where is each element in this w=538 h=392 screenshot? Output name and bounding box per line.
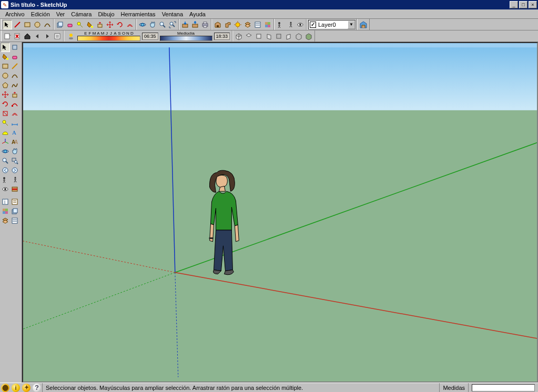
view-back-icon[interactable] [274, 32, 283, 41]
get-models-icon[interactable] [180, 20, 190, 29]
menu-dibujo[interactable]: Dibujo [95, 11, 117, 18]
materials-icon[interactable] [1, 207, 10, 216]
walk-icon[interactable] [286, 20, 295, 29]
components-icon[interactable] [10, 207, 19, 216]
shadow-on-icon[interactable] [66, 32, 76, 41]
view-front-icon[interactable] [254, 32, 263, 41]
scene-canvas[interactable] [23, 43, 537, 381]
warehouse-icon[interactable] [213, 20, 222, 29]
polygon-icon[interactable] [1, 80, 10, 90]
select-tool-icon[interactable] [3, 20, 12, 29]
dimension-icon[interactable] [10, 118, 19, 128]
component-paint-icon[interactable] [10, 43, 19, 52]
menu-ayuda[interactable]: Ayuda [186, 11, 209, 18]
circle-icon[interactable] [1, 71, 10, 80]
push-pull-icon[interactable] [95, 20, 105, 29]
layer-visible-checkbox[interactable]: ✓ [310, 22, 316, 28]
orbit-icon[interactable] [1, 147, 10, 156]
paint-bucket-icon[interactable] [1, 52, 10, 61]
shadow-toggle-icon[interactable] [233, 20, 242, 29]
circle-tool-icon[interactable] [33, 20, 42, 29]
menu-ventana[interactable]: Ventana [159, 11, 186, 18]
scene-home-icon[interactable] [23, 32, 32, 41]
zoom-extents-icon[interactable] [168, 20, 177, 29]
chevron-down-icon[interactable]: ▼ [348, 20, 355, 29]
styles-icon[interactable] [263, 20, 272, 29]
rotate-icon[interactable] [115, 20, 125, 29]
push-pull-icon[interactable] [10, 90, 19, 99]
outliner-icon[interactable] [253, 20, 262, 29]
make-component-icon[interactable] [55, 20, 65, 29]
layers-dlg-icon[interactable] [1, 216, 10, 225]
close-button[interactable]: × [529, 1, 537, 8]
look-around-icon[interactable] [296, 20, 305, 29]
scene-new-icon[interactable] [3, 32, 12, 41]
viewport[interactable] [22, 42, 538, 383]
scene-prev-icon[interactable] [33, 32, 42, 41]
position-camera-icon[interactable] [276, 20, 285, 29]
layers-icon[interactable] [243, 20, 252, 29]
line-icon[interactable] [10, 61, 19, 71]
walk-icon[interactable] [10, 175, 19, 184]
zoom-icon[interactable] [1, 156, 10, 166]
date-slider[interactable] [77, 36, 140, 41]
tape-measure-icon[interactable] [75, 20, 85, 29]
status-hint2-icon[interactable]: i [12, 384, 20, 392]
maximize-button[interactable]: □ [519, 1, 527, 8]
arc-tool-icon[interactable] [43, 20, 52, 29]
eraser-icon[interactable] [10, 52, 19, 61]
paint-bucket-icon[interactable] [85, 20, 95, 29]
3d-text-icon[interactable]: AA [10, 137, 19, 147]
outliner-icon[interactable] [10, 216, 19, 225]
view-right-icon[interactable] [264, 32, 273, 41]
menu-herramientas[interactable]: Herramientas [118, 11, 159, 18]
pan-icon[interactable] [148, 20, 157, 29]
rectangle-icon[interactable] [1, 61, 10, 71]
rectangle-tool-icon[interactable] [23, 20, 32, 29]
style-wire-icon[interactable] [294, 32, 303, 41]
view-left-icon[interactable] [284, 32, 293, 41]
zoom-window-icon[interactable] [10, 156, 19, 166]
warehouse2-icon[interactable] [223, 20, 232, 29]
text-icon[interactable]: A [10, 128, 19, 137]
offset-icon[interactable] [125, 20, 135, 29]
scene-list-icon[interactable] [53, 32, 62, 41]
measures-input[interactable] [472, 384, 535, 391]
select-icon[interactable] [1, 43, 10, 52]
move-icon[interactable] [1, 90, 10, 99]
help-icon[interactable]: ? [33, 384, 41, 392]
status-hint1-icon[interactable]: ⬤ [1, 384, 9, 392]
eraser-tool-icon[interactable] [65, 20, 75, 29]
minimize-button[interactable]: _ [510, 1, 518, 8]
rotate-icon[interactable] [1, 99, 10, 109]
scale-icon[interactable] [1, 109, 10, 118]
axes-icon[interactable] [1, 137, 10, 147]
layer-dropdown[interactable]: ✓ Layer0 ▼ [308, 20, 356, 29]
tape-icon[interactable] [1, 118, 10, 128]
menu-archivo[interactable]: Archivo [2, 11, 28, 18]
model-info-icon[interactable]: i [1, 197, 10, 207]
zoom-icon[interactable] [158, 20, 167, 29]
orbit-icon[interactable] [138, 20, 147, 29]
view-iso-icon[interactable] [234, 32, 243, 41]
time-slider[interactable] [160, 36, 212, 41]
line-tool-icon[interactable] [13, 20, 22, 29]
follow-me-icon[interactable] [10, 99, 19, 109]
prev-view-icon[interactable] [1, 166, 10, 175]
status-hint3-icon[interactable]: ✦ [22, 384, 31, 392]
look-around-icon[interactable] [1, 184, 10, 194]
menu-camara[interactable]: Cámara [68, 11, 95, 18]
next-view-icon[interactable] [10, 166, 19, 175]
menu-edicion[interactable]: Edición [28, 11, 53, 18]
print-icon[interactable] [200, 20, 210, 29]
move-icon[interactable] [105, 20, 115, 29]
view-top-icon[interactable] [244, 32, 253, 41]
entity-info-icon[interactable] [10, 197, 19, 207]
position-camera-icon[interactable] [1, 175, 10, 184]
protractor-icon[interactable] [1, 128, 10, 137]
offset-icon[interactable] [10, 109, 19, 118]
scene-del-icon[interactable] [13, 32, 22, 41]
style-shaded-icon[interactable] [304, 32, 313, 41]
share-model-icon[interactable] [190, 20, 200, 29]
scene-next-icon[interactable] [43, 32, 52, 41]
